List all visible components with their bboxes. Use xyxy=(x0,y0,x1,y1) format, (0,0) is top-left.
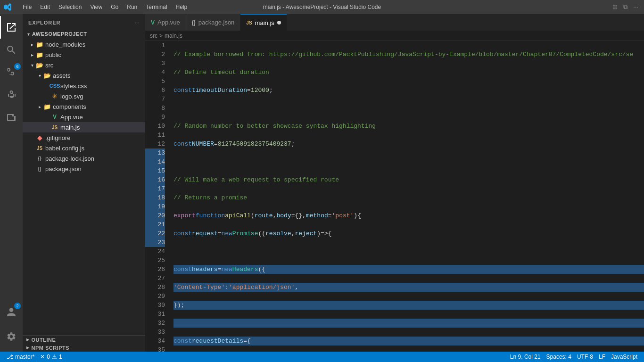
code-line-9: // Returns a promise xyxy=(173,193,644,202)
layout-icon[interactable]: ⊞ xyxy=(611,3,619,11)
window-title: main.js - AwesomeProject - Visual Studio… xyxy=(263,4,381,10)
status-language[interactable]: JavaScript xyxy=(608,354,640,360)
tree-item-styles.css[interactable]: ▸ CSS styles.css xyxy=(23,81,145,91)
source-control-badge: 6 xyxy=(14,63,21,70)
status-encoding[interactable]: UTF-8 xyxy=(574,354,596,360)
tree-label: main.js xyxy=(60,124,145,131)
code-line-10: export function apiCall(route, body = {}… xyxy=(173,211,644,220)
language-label: JavaScript xyxy=(611,354,637,360)
tree-item-babel.config.js[interactable]: ▸ JS babel.config.js xyxy=(23,143,145,153)
tree-label: components xyxy=(53,103,145,110)
explorer-activity-icon[interactable] xyxy=(0,16,23,39)
titlebar: File Edit Selection View Go Run Terminal… xyxy=(0,0,644,14)
outline-section-header[interactable]: ▸ OUTLINE xyxy=(23,336,145,344)
tree-item-awesomeproject[interactable]: ▾ AWESOMEPROJECT xyxy=(23,29,145,39)
debug-activity-icon[interactable] xyxy=(0,84,23,107)
tree-item-public[interactable]: ▸ 📁 public xyxy=(23,49,145,60)
tree-arrow: ▸ xyxy=(36,104,43,109)
code-line-11: const request = new Promise((resolve, re… xyxy=(173,229,644,238)
sidebar-title: EXPLORER xyxy=(28,20,61,25)
tab-app-vue[interactable]: V App.vue xyxy=(145,14,186,31)
status-right: Ln 9, Col 21 Spaces: 4 UTF-8 LF JavaScri… xyxy=(507,354,640,360)
more-actions-icon[interactable]: ··· xyxy=(631,3,640,11)
error-count: 0 xyxy=(47,354,50,360)
tree-label: .gitignore xyxy=(45,134,145,141)
menu-run[interactable]: Run xyxy=(123,3,141,11)
error-icon: ✕ xyxy=(40,354,45,360)
json-tab-icon: {} xyxy=(192,19,196,26)
status-position[interactable]: Ln 9, Col 21 xyxy=(507,354,544,360)
sidebar-actions[interactable]: ··· xyxy=(134,19,140,26)
tree-item-node_modules[interactable]: ▸ 📁 node_modules xyxy=(23,39,145,49)
menu-go[interactable]: Go xyxy=(107,3,122,11)
js-file-icon: JS xyxy=(51,123,58,131)
npm-scripts-label: NPM SCRIPTS xyxy=(32,345,70,351)
account-badge: 2 xyxy=(14,303,21,309)
folder-open-icon: 📂 xyxy=(36,61,43,69)
code-line-3: const timeoutDuration = 12000; xyxy=(173,86,644,95)
breadcrumb-src[interactable]: src xyxy=(150,33,157,39)
line-numbers: 1 2 3 4 5 6 7 8 9 10 11 12 13 14 15 16 1… xyxy=(145,41,169,352)
tree-label: assets xyxy=(53,72,145,79)
file-tree: ▾ AWESOMEPROJECT ▸ 📁 node_modules ▸ 📁 pu… xyxy=(23,29,145,174)
tree-label: node_modules xyxy=(45,41,145,48)
code-line-16 xyxy=(173,319,644,328)
extensions-activity-icon[interactable] xyxy=(0,107,23,129)
menu-file[interactable]: File xyxy=(19,3,35,11)
code-line-8: // Will make a web request to specified … xyxy=(173,175,644,184)
tab-main-js[interactable]: JS main.js xyxy=(240,14,287,31)
menu-terminal[interactable]: Terminal xyxy=(142,3,171,11)
code-line-6: const NUMBER = 81274509182375409237; xyxy=(173,140,644,148)
tree-item-components[interactable]: ▸ 📁 components xyxy=(23,101,145,112)
tree-label: package-lock.json xyxy=(45,155,145,162)
js-file-icon: JS xyxy=(36,144,43,152)
eol-label: LF xyxy=(599,354,605,360)
tab-label: main.js xyxy=(255,19,274,26)
tree-label: App.vue xyxy=(60,114,145,121)
split-editor-icon[interactable]: ⧉ xyxy=(621,3,629,11)
tree-label: package.json xyxy=(45,165,145,173)
tree-item-assets[interactable]: ▾ 📂 assets xyxy=(23,70,145,81)
sidebar-footer: ▸ OUTLINE ▸ NPM SCRIPTS xyxy=(23,335,145,352)
folder-open-icon: 📂 xyxy=(43,72,51,79)
code-editor[interactable]: 1 2 3 4 5 6 7 8 9 10 11 12 13 14 15 16 1… xyxy=(145,41,644,352)
settings-activity-icon[interactable] xyxy=(0,325,23,348)
tree-item-logo.svg[interactable]: ▸ ✳ logo.svg xyxy=(23,91,145,101)
menu-edit[interactable]: Edit xyxy=(36,3,54,11)
status-spaces[interactable]: Spaces: 4 xyxy=(544,354,574,360)
source-control-activity-icon[interactable]: 6 xyxy=(0,61,23,84)
tab-modified-indicator xyxy=(277,21,281,25)
sidebar: EXPLORER ··· ▾ AWESOMEPROJECT ▸ 📁 node_m… xyxy=(23,14,145,352)
account-activity-icon[interactable]: 2 xyxy=(0,301,23,323)
code-line-2: // Define timeout duration xyxy=(173,68,644,77)
tree-arrow: ▾ xyxy=(36,73,43,78)
css-file-icon: CSS xyxy=(51,82,58,90)
tree-item-.gitignore[interactable]: ▸ ◆ .gitignore xyxy=(23,132,145,143)
tree-arrow: ▾ xyxy=(25,32,32,37)
tab-package-json[interactable]: {} package.json xyxy=(186,14,241,31)
status-errors[interactable]: ✕ 0 ⚠ 1 xyxy=(37,352,65,362)
npm-scripts-section-header[interactable]: ▸ NPM SCRIPTS xyxy=(23,344,145,352)
code-line-17: const requestDetails = { xyxy=(173,337,644,346)
menu-view[interactable]: View xyxy=(86,3,106,11)
tree-item-main.js[interactable]: ▸ JS main.js xyxy=(23,122,145,132)
menu-help[interactable]: Help xyxy=(172,3,191,11)
branch-icon: ⎇ xyxy=(7,354,13,360)
code-content[interactable]: // Example borrowed from: https://github… xyxy=(169,41,644,352)
outline-label: OUTLINE xyxy=(32,337,56,343)
breadcrumb: src > main.js xyxy=(145,31,644,41)
breadcrumb-file[interactable]: main.js xyxy=(165,33,182,39)
status-branch[interactable]: ⎇ master* xyxy=(4,352,37,362)
tree-item-package.json[interactable]: ▸ {} package.json xyxy=(23,164,145,174)
tree-item-package-lock.json[interactable]: ▸ {} package-lock.json xyxy=(23,153,145,164)
activity-bar-bottom: 2 xyxy=(0,301,23,352)
tree-item-App.vue[interactable]: ▸ V App.vue xyxy=(23,112,145,122)
status-eol[interactable]: LF xyxy=(596,354,608,360)
menu-selection[interactable]: Selection xyxy=(55,3,85,11)
vue-file-icon: V xyxy=(51,113,58,121)
breadcrumb-sep: > xyxy=(159,33,163,39)
tree-item-src[interactable]: ▾ 📂 src xyxy=(23,60,145,70)
search-activity-icon[interactable] xyxy=(0,39,23,61)
tree-label: logo.svg xyxy=(60,93,145,100)
folder-icon: 📁 xyxy=(36,41,43,48)
